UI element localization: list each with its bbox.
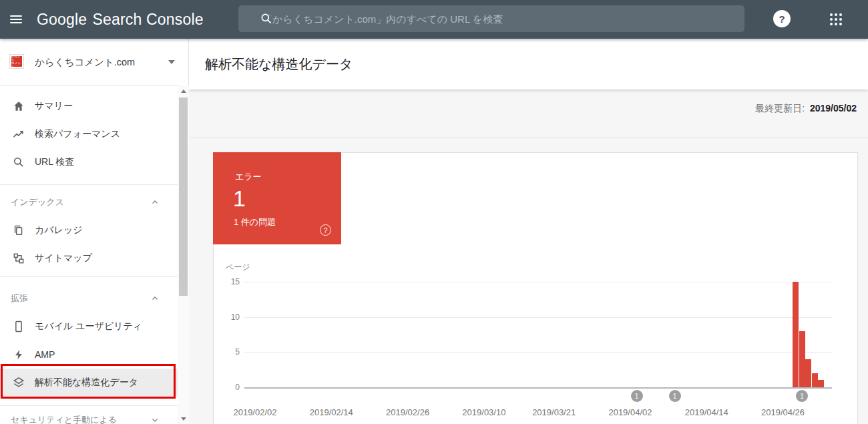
google-apps-grid-icon[interactable] (830, 13, 842, 25)
home-icon (11, 98, 27, 114)
performance-chart-icon (11, 126, 27, 142)
chart-bar[interactable] (818, 380, 824, 387)
search-icon (260, 12, 273, 25)
gridline (244, 317, 832, 318)
chart-bar[interactable] (805, 359, 811, 387)
property-name: からくちコメント.com (35, 56, 135, 69)
sidebar-nav: サマリー 検索パフォーマンス URL 検査 インデックス (0, 85, 178, 424)
top-app-bar: Google Search Console ? (0, 0, 868, 39)
page-title-band: 解析不能な構造化データ (189, 39, 868, 89)
error-count: 1 (233, 186, 246, 212)
url-inspection-search-bar[interactable] (238, 5, 744, 32)
google-search-console-app: Google Search Console ? からくち コメント (0, 0, 868, 424)
coverage-pages-icon (11, 222, 27, 238)
x-tick-label: 2019/04/02 (594, 407, 667, 417)
y-tick-label: 5 (214, 347, 240, 357)
sidebar-item-url-inspection[interactable]: URL 検査 (0, 148, 178, 176)
sidebar-scrollbar[interactable] (178, 85, 189, 424)
structured-data-layers-icon (11, 375, 27, 391)
section-header-security[interactable]: セキュリティと手動による (0, 406, 178, 424)
sidebar-item-label: モバイル ユーザビリティ (35, 321, 142, 333)
scrollbar-thumb[interactable] (179, 97, 188, 296)
error-tile-label: エラー (235, 171, 262, 183)
chevron-up-icon (151, 198, 159, 206)
sidebar-item-label: サイトマップ (35, 252, 92, 264)
logo-product-text: Search Console (92, 11, 203, 29)
section-title: インデックス (11, 196, 64, 208)
help-button[interactable]: ? (773, 10, 791, 27)
x-tick-label: 2019/04/14 (670, 407, 743, 417)
chart-bar[interactable] (793, 282, 799, 387)
report-card: ページ 1510502019/02/022019/02/142019/02/26… (213, 152, 858, 424)
y-tick-label: 0 (214, 383, 240, 392)
sidebar-item-search-performance[interactable]: 検索パフォーマンス (0, 120, 178, 148)
chart-bar[interactable] (799, 331, 805, 387)
x-tick-label: 2019/02/26 (371, 407, 445, 417)
divider (0, 184, 178, 185)
sidebar-item-unparsable-structured-data[interactable]: 解析不能な構造化データ (0, 369, 178, 397)
chart-marker[interactable]: 1 (631, 390, 643, 402)
magnifier-icon (11, 154, 27, 170)
help-icon: ? (779, 13, 785, 25)
chart-bar[interactable] (812, 373, 818, 387)
chart-marker[interactable]: 1 (669, 390, 681, 402)
error-summary-tile[interactable]: エラー 1 1 件の問題 ? (213, 152, 341, 244)
hamburger-menu-icon[interactable] (10, 13, 23, 26)
x-tick-label: 2019/03/21 (517, 407, 591, 417)
sidebar-item-coverage[interactable]: カバレッジ (0, 216, 178, 244)
mobile-phone-icon (11, 319, 27, 335)
sidebar-item-summary[interactable]: サマリー (0, 92, 178, 120)
chart-marker[interactable]: 1 (796, 390, 808, 402)
sidebar: からくち コメント からくちコメント.com サマリー 検索 (0, 39, 189, 424)
sidebar-item-label: 解析不能な構造化データ (35, 377, 138, 389)
chevron-down-icon (168, 60, 175, 64)
sidebar-item-label: カバレッジ (35, 224, 83, 236)
divider (0, 276, 178, 277)
site-favicon: からくち コメント (9, 54, 24, 69)
app-logo: Google Search Console (37, 0, 204, 39)
scroll-up-arrow-icon[interactable] (178, 85, 189, 96)
error-description: 1 件の問題 (234, 216, 276, 228)
section-title: セキュリティと手動による (11, 414, 117, 424)
sidebar-item-label: URL 検査 (35, 156, 74, 168)
help-circle-icon[interactable]: ? (320, 224, 331, 236)
x-tick-label: 2019/03/10 (447, 407, 521, 417)
section-header-enhancements[interactable]: 拡張 (0, 284, 178, 312)
sitemap-icon (11, 250, 27, 266)
x-tick-label: 2019/02/14 (294, 407, 368, 417)
section-title: 拡張 (11, 292, 28, 304)
last-updated-label: 最終更新日: (755, 103, 805, 114)
x-tick-label: 2019/04/26 (746, 407, 820, 417)
sidebar-item-sitemaps[interactable]: サイトマップ (0, 244, 178, 272)
gridline (244, 282, 832, 282)
section-header-index[interactable]: インデックス (0, 188, 178, 216)
sidebar-item-mobile-usability[interactable]: モバイル ユーザビリティ (0, 312, 178, 341)
logo-google-text: Google (37, 11, 87, 29)
divider (189, 138, 868, 138)
last-updated-date: 2019/05/02 (810, 103, 857, 114)
y-axis-label: ページ (226, 262, 250, 273)
sidebar-item-label: 検索パフォーマンス (35, 128, 120, 140)
sidebar-item-amp[interactable]: AMP (0, 341, 178, 369)
x-tick-label: 2019/02/02 (218, 407, 292, 417)
search-input[interactable] (261, 13, 744, 25)
x-axis-line (244, 387, 832, 389)
property-selector[interactable]: からくち コメント からくちコメント.com (0, 39, 188, 86)
last-updated: 最終更新日: 2019/05/02 (189, 103, 857, 115)
gridline (244, 352, 832, 353)
scroll-down-arrow-icon[interactable] (178, 413, 189, 424)
sidebar-item-label: AMP (35, 349, 55, 360)
y-tick-label: 10 (214, 312, 240, 322)
main-content: 解析不能な構造化データ 最終更新日: 2019/05/02 ページ 151050… (189, 39, 868, 424)
chevron-up-icon (151, 294, 159, 302)
page-title: 解析不能な構造化データ (205, 55, 353, 73)
chevron-down-icon (151, 416, 159, 424)
amp-lightning-icon (11, 347, 27, 363)
y-tick-label: 15 (214, 277, 240, 286)
sidebar-item-label: サマリー (35, 100, 73, 112)
